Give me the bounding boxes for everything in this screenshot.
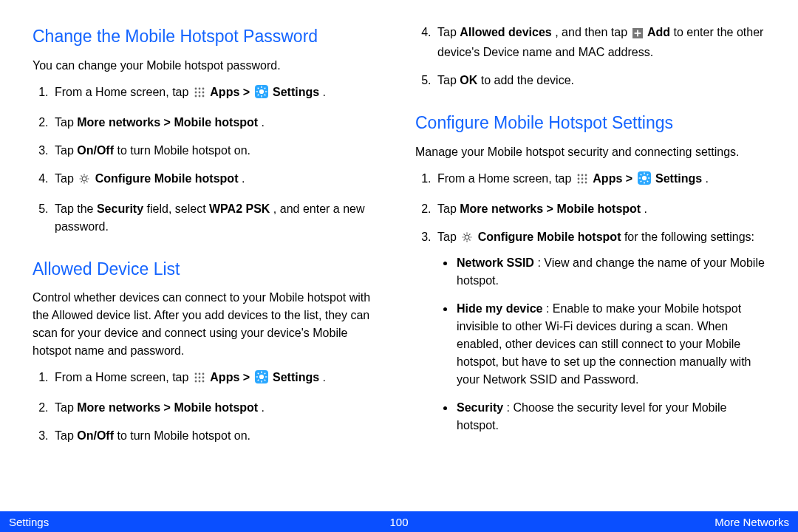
settings-bullets: Network SSID : View and change the name … — [437, 254, 771, 434]
bold-text: On/Off — [77, 144, 114, 157]
apps-icon — [194, 86, 205, 103]
text: . — [262, 116, 265, 129]
text: . — [242, 172, 245, 185]
bold-text: Configure Mobile hotspot — [95, 172, 239, 185]
text: Tap — [55, 116, 77, 129]
settings-label: Settings — [273, 371, 319, 383]
steps-allowed-device: From a Home screen, tap Apps > Settings … — [33, 369, 389, 445]
page-footer: Settings 100 More Networks — [0, 511, 798, 532]
bold-text: Security — [97, 202, 143, 215]
text: From a Home screen, tap — [55, 86, 192, 98]
heading-allowed-device-list: Allowed Device List — [33, 256, 389, 282]
list-item: Network SSID : View and change the name … — [455, 254, 771, 290]
list-item: Tap More networks > Mobile hotspot . — [434, 200, 771, 218]
bold-text: On/Off — [77, 429, 114, 442]
heading-change-password: Change the Mobile Hotspot Password — [33, 24, 389, 50]
lead-text: Manage your Mobile hotspot security and … — [415, 143, 771, 161]
settings-icon — [255, 85, 268, 103]
text: . — [323, 86, 326, 98]
bold-text: Network SSID — [457, 256, 534, 269]
text: Tap — [437, 26, 460, 38]
bold-text: Allowed devices — [460, 26, 552, 38]
bold-text: OK — [460, 74, 477, 86]
bold-text: Hide my device — [457, 302, 543, 315]
list-item: Tap the Security field, select WPA2 PSK … — [52, 200, 389, 236]
document-page: { "left": { "section_a": { "title": "Cha… — [0, 0, 798, 532]
steps-allowed-device-cont: Tap Allowed devices , and then tap Add t… — [415, 24, 771, 89]
bold-text: WPA2 PSK — [209, 202, 270, 215]
two-column-layout: Change the Mobile Hotspot Password You c… — [0, 0, 798, 488]
text: Tap — [437, 231, 460, 243]
footer-page-number: 100 — [389, 516, 408, 528]
settings-label: Settings — [655, 172, 702, 185]
list-item: Tap Allowed devices , and then tap Add t… — [434, 24, 771, 61]
left-column: Change the Mobile Hotspot Password You c… — [33, 24, 389, 488]
text: From a Home screen, tap — [437, 172, 575, 185]
apps-icon — [194, 371, 205, 389]
right-column: Tap Allowed devices , and then tap Add t… — [415, 24, 771, 488]
steps-configure: From a Home screen, tap Apps > Settings … — [415, 170, 771, 434]
text: . — [323, 371, 326, 383]
plus-icon — [632, 26, 643, 44]
text: for the following settings: — [624, 231, 754, 243]
heading-configure-settings: Configure Mobile Hotspot Settings — [415, 110, 771, 136]
list-item: Security : Choose the security level for… — [455, 399, 771, 434]
settings-icon — [255, 370, 268, 389]
text: Tap — [55, 429, 77, 442]
gear-icon — [78, 172, 90, 190]
apps-label: Apps > — [210, 86, 253, 98]
text: . — [262, 401, 265, 414]
steps-change-password: From a Home screen, tap Apps > Settings … — [33, 83, 389, 236]
bold-text: More networks > Mobile hotspot — [77, 401, 258, 414]
text: , and then tap — [555, 26, 630, 38]
text: Tap — [55, 144, 77, 157]
add-label: Add — [647, 26, 670, 38]
text: From a Home screen, tap — [55, 371, 192, 383]
text: Tap — [55, 401, 77, 414]
list-item: Tap On/Off to turn Mobile hotspot on. — [52, 427, 389, 445]
list-item: From a Home screen, tap Apps > Settings … — [52, 83, 389, 103]
list-item: Hide my device : Enable to make your Mob… — [455, 300, 771, 389]
lead-text: Control whether devices can connect to y… — [33, 289, 389, 360]
text: to add the device. — [481, 74, 574, 86]
list-item: Tap More networks > Mobile hotspot . — [52, 399, 389, 417]
list-item: Tap Configure Mobile hotspot . — [52, 170, 389, 190]
list-item: Tap On/Off to turn Mobile hotspot on. — [52, 142, 389, 160]
apps-label: Apps > — [593, 172, 635, 185]
text: Tap — [437, 74, 460, 86]
text: to turn Mobile hotspot on. — [117, 144, 250, 157]
list-item: From a Home screen, tap Apps > Settings … — [52, 369, 389, 389]
settings-icon — [638, 171, 651, 190]
footer-right: More Networks — [715, 516, 789, 528]
text: field, select — [147, 202, 209, 215]
list-item: From a Home screen, tap Apps > Settings … — [434, 170, 771, 190]
text: Tap the — [55, 202, 97, 215]
apps-icon — [576, 172, 588, 190]
text: Tap — [437, 202, 460, 215]
footer-left: Settings — [9, 516, 49, 528]
text: to turn Mobile hotspot on. — [117, 429, 250, 442]
bold-text: Configure Mobile hotspot — [478, 231, 621, 243]
bold-text: More networks > Mobile hotspot — [460, 202, 641, 215]
bold-text: Security — [457, 401, 503, 414]
gear-icon — [461, 231, 473, 248]
top-bar — [0, 0, 794, 3]
text: Tap — [55, 172, 77, 185]
text: . — [644, 202, 647, 215]
list-item: Tap Configure Mobile hotspot for the fol… — [434, 228, 771, 434]
settings-label: Settings — [273, 86, 319, 98]
text: . — [706, 172, 709, 185]
apps-label: Apps > — [210, 371, 253, 383]
lead-text: You can change your Mobile hotspot passw… — [33, 57, 389, 75]
list-item: Tap More networks > Mobile hotspot . — [52, 114, 389, 132]
list-item: Tap OK to add the device. — [434, 72, 771, 89]
bold-text: More networks > Mobile hotspot — [77, 116, 258, 129]
